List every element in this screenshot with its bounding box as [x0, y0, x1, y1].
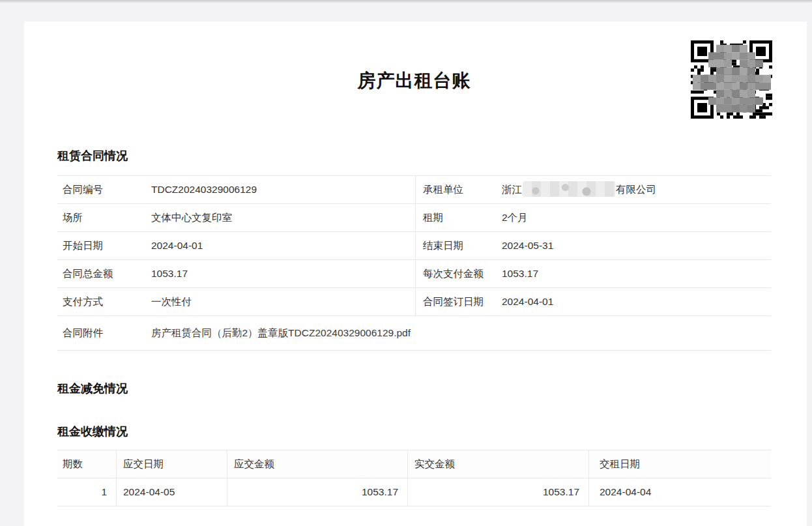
field-label-start-date: 开始日期: [57, 232, 151, 259]
table-row: 场所 文体中心文复印室 租期 2个月: [57, 204, 771, 232]
column-header-period: 期数: [57, 450, 116, 478]
column-header-pay-date: 交租日期: [588, 450, 771, 478]
section-title-rent-collection: 租金收缴情况: [57, 424, 771, 439]
attachment-pdf-link[interactable]: 房产租赁合同（后勤2）盖章版TDCZ20240329006129.pdf: [151, 327, 411, 338]
redaction-mosaic: [523, 181, 615, 197]
column-header-paid-amount: 实交金额: [407, 450, 588, 478]
qr-code: [691, 40, 772, 119]
field-value-contract-no: TDCZ20240329006129: [151, 176, 415, 203]
field-label-payment-method: 支付方式: [57, 288, 151, 315]
field-value-end-date: 2024-05-31: [502, 232, 771, 259]
column-header-due-amount: 应交金额: [227, 450, 407, 478]
field-value-tenant: 浙江有限公司: [502, 176, 771, 203]
cell-pay-date: 2024-04-04: [588, 478, 771, 506]
field-label-place: 场所: [57, 204, 151, 231]
field-value-place: 文体中心文复印室: [151, 204, 415, 231]
table-row-attachment: 合同附件 房产租赁合同（后勤2）盖章版TDCZ20240329006129.pd…: [57, 316, 771, 351]
table-row: 支付方式 一次性付 合同签订日期 2024-04-01: [57, 288, 771, 316]
column-header-due-date: 应交日期: [116, 450, 227, 478]
field-value-per-payment: 1053.17: [502, 260, 771, 287]
section-title-rent-reduction: 租金减免情况: [57, 381, 771, 396]
field-value-total-amount: 1053.17: [151, 260, 415, 287]
table-row: 开始日期 2024-04-01 结束日期 2024-05-31: [57, 232, 771, 260]
table-row: 1 2024-04-05 1053.17 1053.17 2024-04-04: [57, 478, 771, 506]
cell-due-amount: 1053.17: [227, 478, 407, 506]
field-label-tenant: 承租单位: [415, 176, 502, 203]
table-row: 合同编号 TDCZ20240329006129 承租单位 浙江有限公司: [57, 176, 771, 204]
table-row: 合同总金额 1053.17 每次支付金额 1053.17: [57, 260, 771, 288]
page-title: 房产出租台账: [57, 68, 771, 93]
document-page: 房产出租台账 租赁合同情况 合同编号 TDCZ20240329006129 承租…: [24, 22, 807, 526]
tenant-name-prefix: 浙江: [502, 184, 522, 195]
cell-due-date: 2024-04-05: [116, 478, 227, 506]
field-label-total-amount: 合同总金额: [57, 260, 151, 287]
field-value-sign-date: 2024-04-01: [502, 288, 771, 315]
field-label-contract-no: 合同编号: [57, 176, 151, 203]
field-label-attachment: 合同附件: [57, 316, 151, 350]
tenant-name-suffix: 有限公司: [616, 184, 656, 195]
window-top-shadow: [0, 0, 812, 3]
rent-collection-table: 期数 应交日期 应交金额 实交金额 交租日期 1 2024-04-05 1053…: [57, 450, 771, 506]
field-value-term: 2个月: [502, 204, 771, 231]
field-value-start-date: 2024-04-01: [151, 232, 415, 259]
contract-info-table: 合同编号 TDCZ20240329006129 承租单位 浙江有限公司 场所 文…: [57, 175, 771, 351]
table-header-row: 期数 应交日期 应交金额 实交金额 交租日期: [57, 450, 771, 478]
cell-period: 1: [57, 478, 116, 506]
field-label-per-payment: 每次支付金额: [415, 260, 502, 287]
field-label-term: 租期: [415, 204, 502, 231]
field-value-payment-method: 一次性付: [151, 288, 415, 315]
section-title-lease-contract: 租赁合同情况: [57, 148, 771, 164]
cell-paid-amount: 1053.17: [407, 478, 588, 506]
field-label-sign-date: 合同签订日期: [415, 288, 502, 315]
field-label-end-date: 结束日期: [415, 232, 502, 259]
